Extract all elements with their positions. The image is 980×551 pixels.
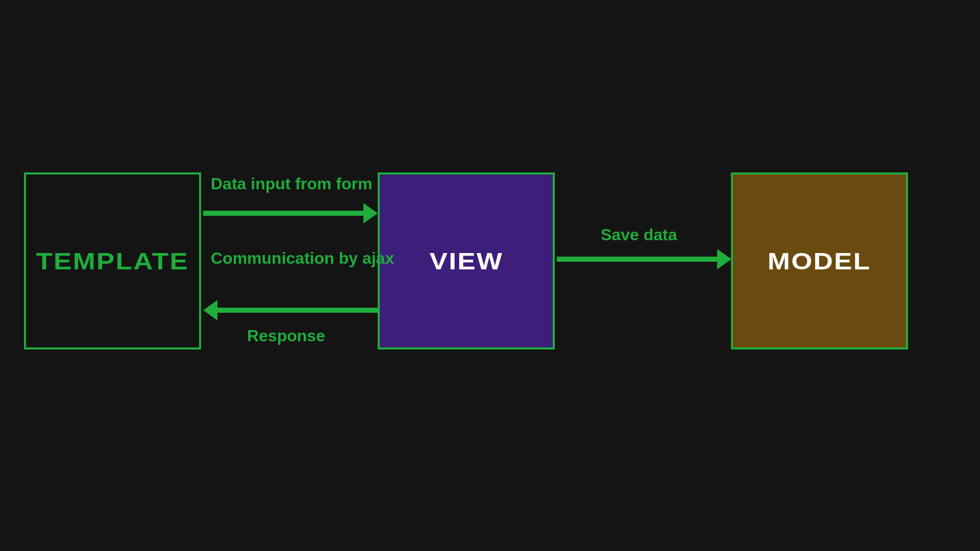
view-label: VIEW [429, 247, 503, 275]
arrow-template-to-view-head [363, 203, 378, 223]
model-label: MODEL [768, 247, 871, 275]
arrow-view-to-template-line [216, 308, 378, 313]
arrow-view-to-template-head [203, 300, 217, 320]
edge-label-data-input: Data input from form [211, 174, 372, 193]
template-box: TEMPLATE [24, 172, 201, 349]
arrow-view-to-model-line [557, 257, 719, 262]
model-box: MODEL [731, 172, 908, 349]
edge-label-ajax: Communication by ajax [211, 249, 394, 268]
arrow-view-to-model-head [717, 249, 731, 269]
template-label: TEMPLATE [36, 247, 189, 275]
edge-label-response: Response [247, 327, 325, 345]
view-box: VIEW [378, 172, 555, 349]
edge-label-save-data: Save data [601, 226, 677, 244]
arrow-template-to-view-line [203, 211, 365, 216]
